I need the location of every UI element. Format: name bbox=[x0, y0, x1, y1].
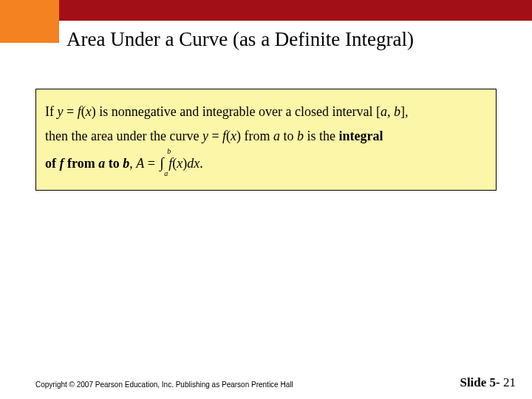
definition-line-1: If y = f(x) is nonnegative and integrabl… bbox=[45, 100, 487, 124]
slide-number: Slide 5- 21 bbox=[460, 375, 516, 390]
definition-line-3: of f from a to b, A = ∫ab f(x)dx. bbox=[45, 149, 487, 177]
header-bar bbox=[0, 0, 532, 21]
integral-symbol: ∫ab bbox=[160, 149, 163, 177]
definition-line-2: then the area under the curve y = f(x) f… bbox=[45, 124, 487, 149]
copyright-footer: Copyright © 2007 Pearson Education, Inc.… bbox=[35, 381, 293, 389]
accent-box bbox=[0, 0, 59, 43]
slide-title: Area Under a Curve (as a Definite Integr… bbox=[66, 28, 414, 51]
definition-box: If y = f(x) is nonnegative and integrabl… bbox=[35, 89, 497, 191]
